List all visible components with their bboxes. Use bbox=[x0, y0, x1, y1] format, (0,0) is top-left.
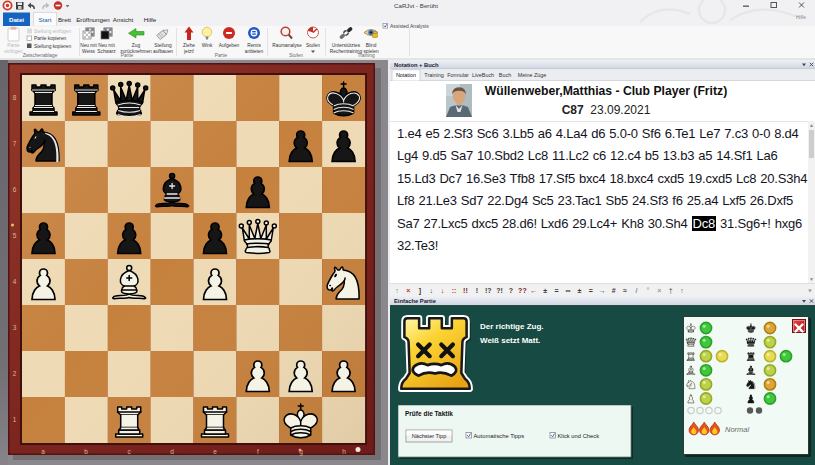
svg-text:LiveBuch: LiveBuch bbox=[472, 72, 494, 78]
svg-text:Formular: Formular bbox=[447, 72, 469, 78]
svg-text:†: † bbox=[669, 287, 673, 294]
svg-text:°: ° bbox=[646, 287, 649, 294]
svg-text:5: 5 bbox=[13, 232, 17, 239]
svg-text:×: × bbox=[657, 287, 661, 294]
svg-text:7: 7 bbox=[13, 140, 17, 147]
svg-text:jetzt!: jetzt! bbox=[183, 49, 194, 54]
svg-text:Weiss: Weiss bbox=[82, 49, 96, 54]
svg-text:3: 3 bbox=[13, 324, 17, 331]
svg-text:Automatische Tipps: Automatische Tipps bbox=[474, 433, 525, 439]
svg-text:!?: !? bbox=[485, 287, 492, 294]
svg-text:f: f bbox=[257, 448, 259, 455]
svg-text:Datei: Datei bbox=[9, 16, 24, 23]
svg-text:Stufen: Stufen bbox=[306, 43, 320, 48]
svg-text:Brett: Brett bbox=[58, 16, 71, 23]
svg-text:Training: Training bbox=[424, 72, 443, 78]
svg-text:a: a bbox=[41, 448, 45, 455]
svg-text:e: e bbox=[213, 448, 217, 455]
svg-text:Stellung einfügen: Stellung einfügen bbox=[34, 29, 71, 34]
svg-text:!: ! bbox=[476, 287, 478, 294]
svg-text:??: ?? bbox=[518, 287, 527, 294]
svg-text:Neu mit: Neu mit bbox=[80, 43, 97, 48]
svg-text:Eröffnungen: Eröffnungen bbox=[76, 16, 110, 23]
svg-text:zurücknehmen: zurücknehmen bbox=[120, 49, 152, 54]
svg-text:Stellung kopieren: Stellung kopieren bbox=[34, 44, 71, 49]
svg-text:Schwarz: Schwarz bbox=[97, 49, 116, 54]
svg-text:Partie: Partie bbox=[121, 53, 134, 58]
svg-text:d: d bbox=[170, 448, 174, 455]
svg-text:Remis: Remis bbox=[247, 43, 261, 48]
svg-text:]: ] bbox=[419, 287, 421, 295]
svg-text:Unterstütztes: Unterstütztes bbox=[332, 43, 361, 48]
svg-text:4: 4 bbox=[13, 278, 17, 285]
svg-text:CaRJvt - Berüht: CaRJvt - Berüht bbox=[394, 2, 438, 9]
svg-text:×: × bbox=[406, 287, 410, 294]
svg-text:Training: Training bbox=[357, 53, 374, 58]
svg-text:1: 1 bbox=[13, 416, 17, 423]
svg-text:Nächster Tipp: Nächster Tipp bbox=[412, 433, 447, 439]
svg-text:Klick und Check: Klick und Check bbox=[558, 433, 600, 439]
svg-text:↓: ↓ bbox=[441, 287, 445, 294]
svg-text:6: 6 bbox=[13, 186, 17, 193]
svg-text:Einfache Partie: Einfache Partie bbox=[394, 298, 437, 304]
svg-text:Ansicht: Ansicht bbox=[113, 16, 134, 23]
svg-text:←: ← bbox=[530, 287, 537, 294]
svg-text:Notation + Buch: Notation + Buch bbox=[394, 62, 439, 68]
svg-text:Ziehe: Ziehe bbox=[183, 43, 195, 48]
svg-text:Partie kopieren: Partie kopieren bbox=[34, 36, 67, 41]
svg-text:≈: ≈ bbox=[623, 287, 627, 294]
svg-text:Start: Start bbox=[38, 16, 51, 23]
svg-text:↑: ↑ bbox=[395, 287, 399, 294]
svg-text:Rechentraining: Rechentraining bbox=[330, 49, 363, 54]
svg-text:?!: ?! bbox=[496, 287, 503, 294]
svg-text:/: / bbox=[635, 287, 637, 294]
svg-text:Zwischenablage: Zwischenablage bbox=[23, 53, 58, 58]
svg-text:Zug: Zug bbox=[132, 43, 141, 48]
svg-text:anbieten: anbieten bbox=[245, 49, 264, 54]
svg-text:h: h bbox=[342, 448, 346, 455]
svg-text:Neu mit: Neu mit bbox=[98, 43, 115, 48]
svg-text:→: → bbox=[599, 287, 606, 294]
svg-text:Stufen: Stufen bbox=[289, 53, 303, 58]
svg-text:Blind: Blind bbox=[366, 43, 377, 48]
svg-text:Hilfe: Hilfe bbox=[796, 14, 806, 20]
svg-text:Meine Züge: Meine Züge bbox=[518, 72, 546, 78]
svg-text:aufbauen: aufbauen bbox=[153, 49, 173, 54]
svg-text:einfügen: einfügen bbox=[4, 49, 23, 54]
svg-text:Wink: Wink bbox=[202, 43, 213, 48]
svg-text:=: = bbox=[589, 287, 593, 294]
svg-text:↑: ↑ bbox=[680, 287, 684, 294]
svg-text:2: 2 bbox=[13, 370, 17, 377]
svg-text:Hilfe: Hilfe bbox=[144, 16, 157, 23]
svg-text:↓: ↓ bbox=[429, 287, 433, 294]
svg-text:Prüfe die Taktik: Prüfe die Taktik bbox=[405, 410, 453, 417]
svg-text:::: :: bbox=[452, 287, 457, 294]
svg-text:Partie: Partie bbox=[7, 43, 20, 48]
svg-text:Raumanalyse: Raumanalyse bbox=[272, 43, 302, 48]
svg-text:Assisted Analysis: Assisted Analysis bbox=[390, 23, 429, 29]
svg-text:Partie: Partie bbox=[215, 53, 228, 58]
svg-text:±: ± bbox=[577, 287, 581, 294]
svg-text:Buch: Buch bbox=[499, 72, 511, 78]
svg-text:Normal: Normal bbox=[725, 425, 750, 434]
svg-text:±: ± bbox=[543, 287, 547, 294]
svg-text:Notation: Notation bbox=[396, 72, 416, 78]
svg-text:b: b bbox=[84, 448, 88, 455]
svg-text:spielen: spielen bbox=[363, 49, 379, 54]
svg-text:?: ? bbox=[509, 287, 513, 294]
svg-text:∞: ∞ bbox=[566, 287, 571, 294]
svg-text:=: = bbox=[555, 287, 559, 294]
svg-text:!!: !! bbox=[463, 287, 468, 294]
svg-text:Stellung: Stellung bbox=[154, 43, 172, 48]
svg-text:#: # bbox=[612, 287, 616, 294]
svg-text:Aufgeben: Aufgeben bbox=[219, 43, 240, 48]
svg-text:8: 8 bbox=[13, 94, 17, 101]
